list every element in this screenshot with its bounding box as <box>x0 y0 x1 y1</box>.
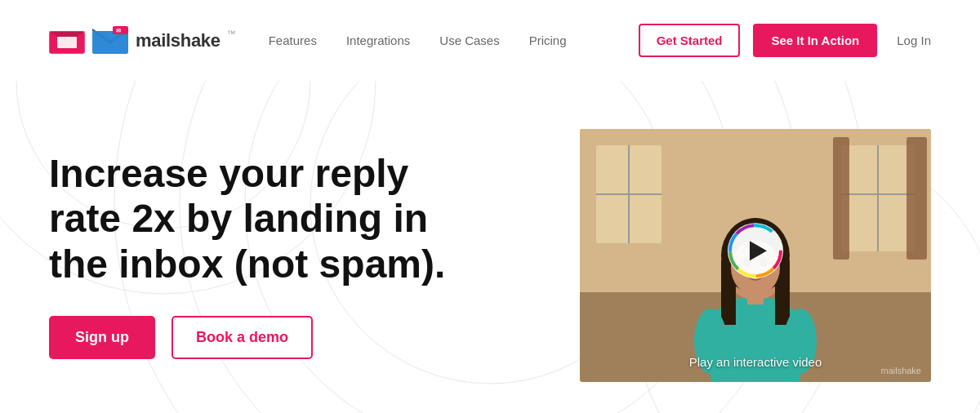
svg-text:✉: ✉ <box>116 28 121 33</box>
nav-links: Features Integrations Use Cases Pricing <box>269 33 639 47</box>
nav-actions: Get Started See It In Action Log In <box>639 24 931 57</box>
video-caption: Play an interactive video <box>689 355 822 369</box>
svg-rect-13 <box>92 31 128 54</box>
logo-svg: ✉ <box>91 25 129 56</box>
hero-headline: Increase your reply rate 2x by landing i… <box>49 151 474 286</box>
book-demo-button[interactable]: Book a demo <box>172 316 313 359</box>
navbar: ✉ mailshake ™ Features Integrations Use … <box>0 0 980 81</box>
hero-section: Increase your reply rate 2x by landing i… <box>0 81 980 413</box>
brand-trademark: ™ <box>227 29 236 38</box>
see-it-in-action-button[interactable]: See It In Action <box>753 24 877 57</box>
brand-name: mailshake <box>136 30 220 51</box>
hero-buttons: Sign up Book a demo <box>49 316 474 359</box>
get-started-button[interactable]: Get Started <box>639 24 741 57</box>
nav-pricing[interactable]: Pricing <box>529 33 567 47</box>
signup-button[interactable]: Sign up <box>49 316 155 359</box>
video-thumbnail[interactable]: Play an interactive video mailshake <box>580 129 931 382</box>
play-ring-icon <box>726 221 785 280</box>
logo-icon <box>49 26 85 56</box>
svg-rect-25 <box>833 137 849 260</box>
svg-rect-9 <box>57 37 77 48</box>
nav-features[interactable]: Features <box>269 33 317 47</box>
login-link[interactable]: Log In <box>897 33 931 47</box>
hero-text: Increase your reply rate 2x by landing i… <box>49 151 474 359</box>
video-watermark: mailshake <box>880 366 921 375</box>
svg-rect-26 <box>906 137 927 260</box>
logo[interactable]: ✉ mailshake ™ <box>49 25 236 56</box>
video-play-button[interactable] <box>726 221 785 283</box>
nav-integrations[interactable]: Integrations <box>346 33 410 47</box>
nav-use-cases[interactable]: Use Cases <box>439 33 499 47</box>
